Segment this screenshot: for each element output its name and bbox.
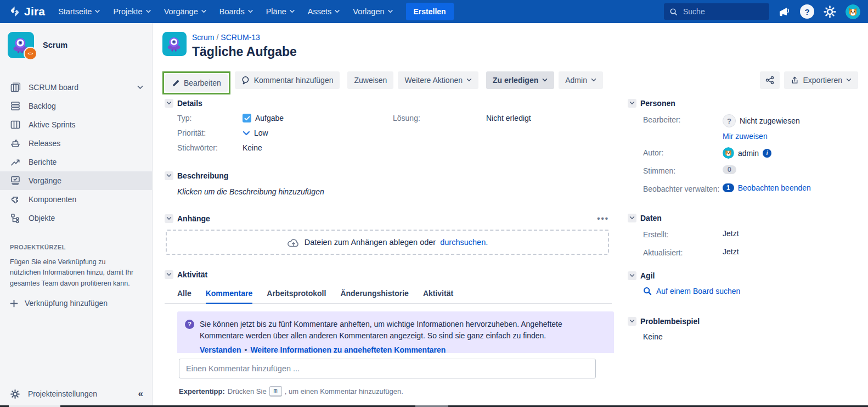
- activity-heading[interactable]: Aktivität: [165, 270, 609, 279]
- export-button[interactable]: Exportieren: [784, 71, 858, 89]
- question-circle-icon: ?: [185, 320, 194, 329]
- priority-low-icon: [243, 131, 250, 136]
- menu-projekte[interactable]: Projekte: [108, 4, 156, 19]
- description-placeholder[interactable]: Klicken um die Beschreibung hinzuzufügen: [165, 187, 609, 196]
- chevron-down-icon: [846, 79, 852, 82]
- attachments-menu-button[interactable]: •••: [597, 214, 609, 223]
- dog-avatar-icon: [723, 147, 734, 159]
- issue-title: Tägliche Aufgabe: [192, 44, 297, 59]
- jira-issue-page: Jira Startseite Projekte Vorgänge Boards…: [0, 0, 868, 407]
- sidebar-item-aktive-sprints[interactable]: Aktive Sprints: [0, 115, 152, 134]
- menu-vorlagen[interactable]: Vorlagen: [347, 4, 398, 19]
- sidebar-item-releases[interactable]: Releases: [0, 134, 152, 153]
- sidebar-item-scrum-board[interactable]: SCRUM board: [0, 78, 152, 97]
- sidebar-item-komponenten[interactable]: Komponenten: [0, 190, 152, 209]
- problem-heading[interactable]: Problembeispiel: [628, 317, 864, 326]
- attachments-heading[interactable]: Anhänge •••: [165, 214, 609, 223]
- field-resolution: Lösung: Nicht erledigt: [384, 114, 531, 122]
- search-box[interactable]: [664, 3, 769, 20]
- sidebar-item-objekte[interactable]: Objekte: [0, 209, 152, 227]
- chevron-down-icon: [629, 102, 635, 105]
- announcements-button[interactable]: [778, 5, 791, 18]
- field-type: Typ: Aufgabe: [165, 114, 384, 122]
- field-assignee: Bearbeiter: ? Nicht zugewiesen Mir zuwei…: [628, 114, 864, 141]
- dates-heading[interactable]: Daten: [628, 214, 864, 222]
- people-heading[interactable]: Personen: [628, 99, 864, 108]
- add-shortcut-link[interactable]: Verknüpfung hinzufügen: [10, 299, 142, 308]
- browse-files-link[interactable]: durchsuchen.: [440, 238, 488, 247]
- description-heading[interactable]: Beschreibung: [165, 171, 609, 180]
- votes-badge[interactable]: 0: [723, 165, 736, 174]
- problem-value: Keine: [628, 332, 864, 341]
- field-watchers: Beobachter verwalten: 1 Beobachten beend…: [628, 183, 864, 195]
- menu-assets[interactable]: Assets: [302, 4, 346, 19]
- project-type-badge: <>: [24, 47, 37, 60]
- view-on-board-link[interactable]: Auf einem Board suchen: [656, 287, 740, 296]
- chevron-down-icon: [290, 10, 295, 13]
- field-priority: Priorität: Low: [165, 129, 384, 137]
- issue-header: Scrum/SCRUM-13 Tägliche Aufgabe: [162, 32, 297, 59]
- tab-alle[interactable]: Alle: [177, 289, 191, 303]
- help-button[interactable]: ?: [800, 4, 814, 19]
- keyboard-key-m: m: [269, 386, 282, 397]
- more-actions-button[interactable]: Weitere Aktionen: [398, 71, 478, 89]
- project-header: <> Scrum: [0, 23, 152, 64]
- tab-aktivitaet[interactable]: Aktivität: [423, 289, 453, 303]
- agile-heading[interactable]: Agil: [628, 271, 864, 280]
- chevron-down-icon: [335, 10, 340, 13]
- search-input[interactable]: [682, 7, 750, 16]
- share-button[interactable]: [760, 71, 780, 89]
- collapse-sidebar-button[interactable]: «: [138, 388, 143, 399]
- board-icon: [10, 82, 21, 93]
- sidebar-item-berichte[interactable]: Berichte: [0, 153, 152, 171]
- issue-toolbar: Bearbeiten Kommentar hinzufügen Zuweisen…: [162, 71, 858, 94]
- attachment-dropzone[interactable]: Dateien zum Anhängen ablegen oder durchs…: [166, 230, 609, 255]
- chevron-down-icon: [166, 102, 172, 105]
- stop-watching-link[interactable]: Beobachten beenden: [738, 183, 811, 192]
- menu-boards[interactable]: Boards: [214, 4, 258, 19]
- jira-wordmark: Jira: [24, 5, 45, 18]
- chevron-down-icon: [95, 10, 100, 13]
- activity-section: Aktivität Alle Kommentare Arbeitsprotoko…: [165, 270, 609, 363]
- user-avatar[interactable]: [846, 4, 860, 19]
- status-button[interactable]: Zu erledigen: [486, 71, 554, 89]
- details-heading[interactable]: Details: [165, 99, 609, 108]
- assign-to-me-link[interactable]: Mir zuweisen: [723, 132, 768, 141]
- comment-bubble-icon: [241, 76, 250, 85]
- search-icon: [643, 287, 652, 296]
- dog-avatar-icon: [846, 4, 860, 19]
- details-section: Details Typ: Aufgabe Priorität:: [165, 99, 609, 152]
- task-type-icon: [243, 114, 251, 122]
- menu-startseite[interactable]: Startseite: [53, 4, 105, 19]
- issue-content: Scrum/SCRUM-13 Tägliche Aufgabe Bearbeit…: [153, 23, 868, 407]
- breadcrumb-project-link[interactable]: Scrum: [192, 33, 214, 42]
- chevron-down-icon: [388, 10, 393, 13]
- assign-button[interactable]: Zuweisen: [347, 71, 393, 89]
- admin-button[interactable]: Admin: [559, 71, 603, 89]
- edit-button[interactable]: Bearbeiten: [165, 74, 228, 92]
- project-avatar[interactable]: <>: [8, 32, 34, 58]
- breadcrumb-issue-link[interactable]: SCRUM-13: [221, 33, 260, 42]
- dates-section: Daten Erstellt: Jetzt Aktualisiert: Jetz…: [628, 214, 864, 259]
- tab-kommentare[interactable]: Kommentare: [206, 289, 253, 304]
- chevron-down-icon: [629, 274, 635, 277]
- menu-plaene[interactable]: Pläne: [261, 4, 300, 19]
- info-icon[interactable]: i: [763, 149, 771, 158]
- add-comment-button[interactable]: Kommentar hinzufügen: [235, 71, 340, 89]
- watchers-badge[interactable]: 1: [723, 183, 734, 192]
- settings-button[interactable]: [823, 5, 837, 19]
- puzzle-icon: [10, 194, 21, 205]
- tab-arbeitsprotokoll[interactable]: Arbeitsprotokoll: [267, 289, 326, 303]
- sidebar-item-backlog[interactable]: Backlog: [0, 97, 152, 115]
- chevron-down-icon: [166, 273, 172, 276]
- sidebar-item-vorgaenge[interactable]: Vorgänge: [0, 171, 152, 190]
- menu-vorgaenge[interactable]: Vorgänge: [159, 4, 212, 19]
- create-button[interactable]: Erstellen: [406, 3, 454, 20]
- project-settings-link[interactable]: Projekteinstellungen: [28, 389, 131, 398]
- comment-input[interactable]: [179, 359, 596, 378]
- tab-aenderungshistorie[interactable]: Änderungshistorie: [340, 289, 408, 303]
- chevron-down-icon: [629, 320, 635, 323]
- reporter-avatar: [723, 147, 734, 159]
- jira-logo[interactable]: Jira: [0, 5, 53, 18]
- issue-project-avatar: [162, 32, 187, 56]
